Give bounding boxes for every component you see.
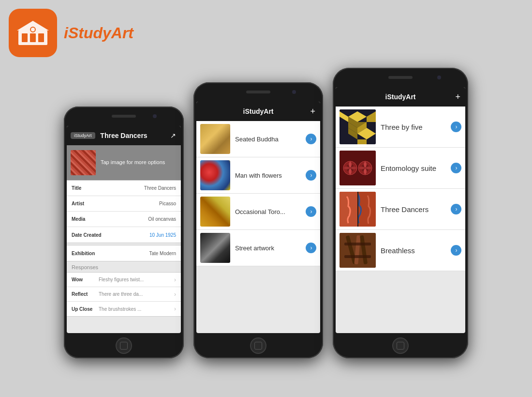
phone2-screen: iStudyArt + Seated Buddha › Man with flo… [196,102,320,333]
svg-rect-29 [344,243,371,245]
phone1-camera [153,114,157,118]
home-button[interactable] [116,337,132,354]
phone2-camera [292,90,296,94]
home-button[interactable] [250,337,266,354]
app-icon-svg [16,20,50,46]
chevron-right-icon: › [456,165,458,171]
label-title: Title [72,185,106,191]
label-artist: Artist [72,201,106,206]
list-item[interactable]: Up Close The brushstrokes ... › [67,302,181,316]
responses-header: Responses [67,261,181,272]
phone2-bottom [250,333,266,358]
exhibition-section: Exhibition Tate Modern [67,245,181,261]
phone3-bottom [392,333,409,358]
item-thumbnail-flowers [200,160,230,190]
phone3-navbar: iStudyArt + [336,87,465,107]
chevron-button-street[interactable]: › [306,243,316,253]
phone1-nav-title: Three Dancers [100,132,147,139]
chevron-button-entomology[interactable]: › [451,163,461,173]
exhibition-row: Exhibition Tate Modern [67,245,181,261]
list-item[interactable]: Reflect There are three da... › [67,287,181,302]
item-title-three-by-five: Three by five [376,123,451,131]
response-label-reflect: Reflect [72,291,99,297]
svg-rect-3 [38,33,44,42]
chevron-button-buddha[interactable]: › [306,134,316,144]
phone3-nav-title: iStudyArt [385,93,416,101]
detail-screen: iStudyArt Three Dancers ↗ Tap image for … [67,126,181,333]
home-button[interactable] [392,337,409,354]
value-media: Oil oncanvas [106,216,176,222]
chevron-button-three-dancers[interactable]: › [451,204,461,214]
phone1-speaker [112,115,136,118]
add-button-3[interactable]: + [455,92,460,102]
svg-rect-30 [344,255,371,258]
table-row: Title Three Dancers [67,181,181,196]
cube-art-icon [340,109,376,144]
item-thumbnail-three-dancers [340,192,376,227]
phone2-speaker [246,91,270,93]
list-item[interactable]: Man with flowers › [196,157,320,194]
app-icon [9,9,57,57]
entomology-art-icon [340,151,376,185]
list-item[interactable]: Occasional Toro... › [196,194,320,230]
list-item[interactable]: Street artwork › [196,230,320,266]
svg-marker-16 [357,139,367,144]
chevron-right-icon: › [310,208,312,215]
value-exhibition: Tate Modern [106,251,176,256]
detail-thumbnail[interactable] [71,150,96,175]
list-item[interactable]: Entomology suite › [336,148,465,189]
table-row: Media Oil oncanvas [67,212,181,227]
detail-table: Title Three Dancers Artist Picasso Media… [67,180,181,243]
response-value-wow: Fleshy figures twist... [99,277,174,282]
brand-name: iStudyArt [64,24,133,42]
label-media: Media [72,216,106,222]
list-screen-2: iStudyArt + Seated Buddha › Man with flo… [196,102,320,333]
responses-section: Wow Fleshy figures twist... › Reflect Th… [67,272,181,317]
svg-rect-1 [22,33,28,42]
chevron-right-icon: › [456,123,458,130]
phone2-top [193,82,323,102]
list-screen-3: iStudyArt + [336,87,465,333]
chevron-right-icon: › [456,206,458,213]
detail-hero[interactable]: Tap image for more options [67,145,181,180]
response-value-reflect: There are three da... [99,291,174,297]
phone2-nav-title: iStudyArt [243,107,274,115]
chevron-right-icon: › [174,291,176,298]
back-button[interactable]: iStudyArt [71,132,95,139]
chevron-right-icon: › [310,244,312,251]
svg-rect-23 [340,192,358,227]
phone-list-2: iStudyArt + [333,68,468,358]
svg-rect-2 [30,33,36,42]
add-button[interactable]: + [310,107,315,117]
label-date: Date Created [72,232,106,238]
value-artist: Picasso [106,201,176,206]
list-item[interactable]: Seated Buddha › [196,121,320,157]
value-title: Three Dancers [106,185,176,191]
chevron-right-icon: › [310,136,312,142]
response-label-wow: Wow [72,277,99,282]
phone3-speaker [388,76,413,79]
table-row: Artist Picasso [67,196,181,212]
phone3-screen: iStudyArt + [336,87,465,333]
list-item[interactable]: Three by five › [336,107,465,148]
chevron-button-three-by-five[interactable]: › [451,122,461,132]
item-thumbnail-three-by-five [340,109,376,144]
share-button[interactable]: ↗ [170,132,176,139]
chevron-button-breathless[interactable]: › [451,245,461,256]
list-item[interactable]: Breathless › [336,230,465,271]
tap-hint: Tap image for more options [101,159,165,166]
chevron-right-icon: › [310,172,312,179]
chevron-button-flowers[interactable]: › [306,170,316,181]
breathless-art-icon [340,233,376,268]
response-label-upclose: Up Close [72,306,99,312]
item-title-entomology: Entomology suite [376,164,451,172]
list-item[interactable]: Wow Fleshy figures twist... › [67,273,181,287]
app-icon-area: iStudyArt [9,9,133,57]
phone2-navbar: iStudyArt + [196,102,320,121]
chevron-button-toronto[interactable]: › [306,206,316,217]
phone1-bottom [116,333,132,358]
home-button-inner [397,342,404,350]
table-row: Date Created 10 Jun 1925 [67,227,181,243]
item-title-toronto: Occasional Toro... [230,208,306,215]
list-item[interactable]: Three Dancers › [336,189,465,230]
